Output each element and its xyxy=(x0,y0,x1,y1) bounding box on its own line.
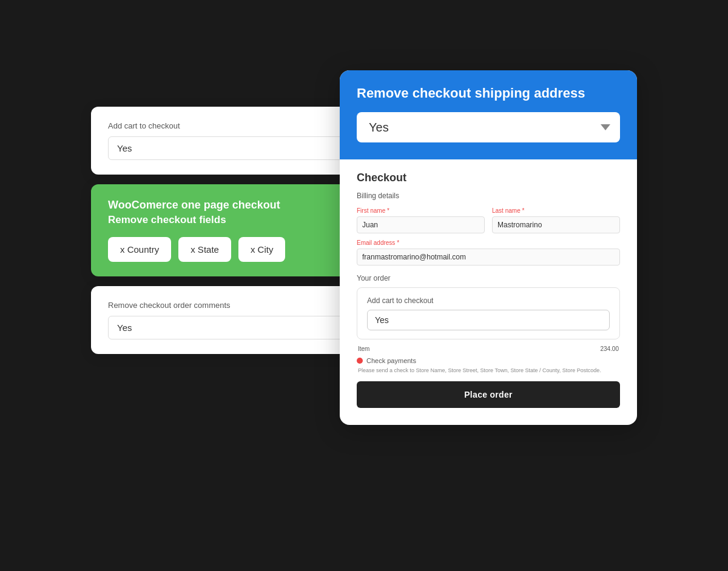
order-card: Add cart to checkout Yes xyxy=(357,287,620,339)
first-name-label: First name * xyxy=(357,207,485,214)
email-input[interactable] xyxy=(357,249,620,265)
payment-description: Please send a check to Store Name, Store… xyxy=(357,367,620,375)
checkout-body: Checkout Billing details First name * La… xyxy=(340,159,637,426)
order-card-select[interactable]: Yes xyxy=(367,310,610,330)
order-card-label: Add cart to checkout xyxy=(367,296,610,305)
shipping-address-select[interactable]: Yes xyxy=(357,112,620,142)
last-name-label: Last name * xyxy=(492,207,620,214)
payment-dot-icon xyxy=(357,358,363,364)
blue-header-title: Remove checkout shipping address xyxy=(357,85,620,102)
order-product: Item xyxy=(358,346,369,352)
place-order-button[interactable]: Place order xyxy=(357,381,620,408)
your-order-label: Your order xyxy=(357,274,620,282)
tag-country[interactable]: x Country xyxy=(108,237,171,262)
tag-state[interactable]: x State xyxy=(178,237,231,262)
email-field: Email address * xyxy=(357,239,620,265)
blue-select-wrapper: Yes xyxy=(357,112,620,142)
last-name-field: Last name * xyxy=(492,207,620,233)
payment-section: Check payments Please send a check to St… xyxy=(357,357,620,375)
last-name-input[interactable] xyxy=(492,216,620,233)
order-row: Item 234.00 xyxy=(357,346,620,352)
blue-header: Remove checkout shipping address Yes xyxy=(340,70,637,159)
email-label: Email address * xyxy=(357,239,620,246)
tag-city[interactable]: x City xyxy=(238,237,286,262)
order-price: 234.00 xyxy=(600,346,619,352)
checkout-title: Checkout xyxy=(357,172,620,184)
first-name-input[interactable] xyxy=(357,216,485,233)
billing-label: Billing details xyxy=(357,192,620,200)
first-name-field: First name * xyxy=(357,207,485,233)
email-row: Email address * xyxy=(357,239,620,265)
checkout-panel: Remove checkout shipping address Yes Che… xyxy=(340,70,637,425)
payment-option-label: Check payments xyxy=(366,357,416,364)
name-row: First name * Last name * xyxy=(357,207,620,233)
payment-option: Check payments xyxy=(357,357,620,364)
